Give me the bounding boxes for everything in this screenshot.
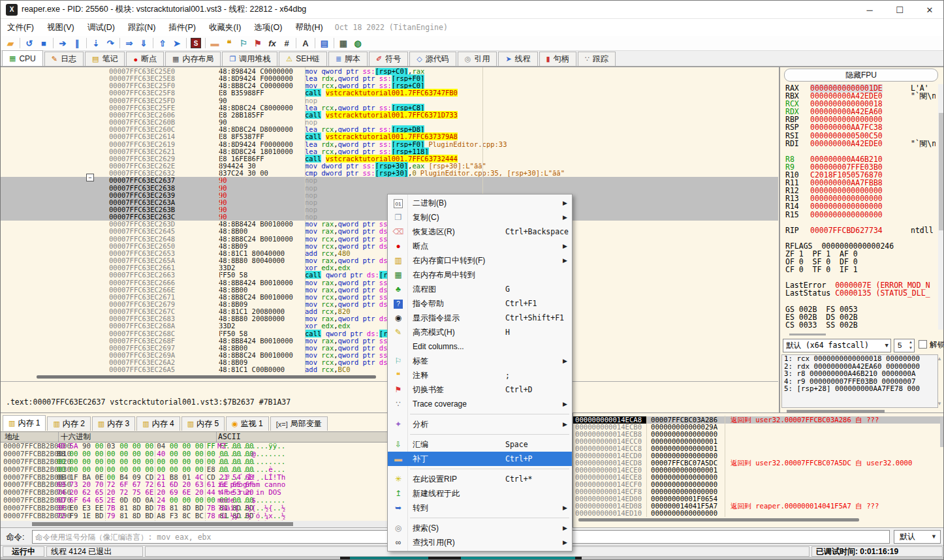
- minimize-button[interactable]: ─: [855, 1, 885, 19]
- open-file-icon[interactable]: ▰: [3, 37, 18, 50]
- globe-icon[interactable]: ◍: [351, 37, 365, 50]
- dump-tab-局部变量[interactable]: [x=]局部变量: [270, 416, 328, 431]
- register-row[interactable]: CF 0 TF 0 IF 1: [780, 266, 936, 273]
- menu-item-2[interactable]: 视图(V): [40, 20, 81, 36]
- fx-icon[interactable]: fx: [265, 37, 279, 50]
- context-menu-item-breakpoint[interactable]: ●断点▶: [388, 239, 572, 253]
- register-row[interactable]: R150000000000000000: [780, 211, 936, 219]
- disasm-row[interactable]: 00007FFC63EC263890nop: [1, 185, 778, 192]
- disassembly-hscrollbar[interactable]: [37, 375, 376, 379]
- context-menu-item-analyze[interactable]: ✦分析▶: [388, 417, 572, 431]
- badge-s-icon[interactable]: S: [189, 37, 203, 50]
- hash-icon[interactable]: #: [279, 37, 294, 50]
- argument-row[interactable]: 1: rcx 0000000000000018 00000000: [782, 355, 937, 363]
- menu-item-6[interactable]: 收藏夹(I): [202, 20, 247, 36]
- dump-tab-监视 1[interactable]: ◉监视 1: [226, 416, 269, 431]
- register-row[interactable]: LastStatus C0000135 (STATUS_DLL_: [780, 289, 936, 297]
- tab-引用[interactable]: ◎引用: [458, 52, 497, 66]
- unlock-checkbox[interactable]: [919, 340, 927, 349]
- context-menu-item-trace-coverage[interactable]: ∵Trace coverage▶: [388, 397, 572, 411]
- calling-convention-select[interactable]: 默认 (x64 fastcall) ▼: [783, 339, 891, 352]
- context-menu-item-search[interactable]: ◎搜索(S)▶: [388, 521, 572, 535]
- step-over-icon[interactable]: ↷: [103, 37, 118, 50]
- context-menu-item-help[interactable]: ?指令帮助Ctrl+F1: [388, 296, 572, 311]
- context-menu-item-new-thread[interactable]: ↥新建线程于此: [388, 486, 572, 501]
- comment-icon[interactable]: ❝: [222, 37, 236, 50]
- context-menu-item-binary[interactable]: 01二进制(B)▶: [388, 196, 572, 210]
- bookmark-icon[interactable]: ⚑: [251, 37, 265, 50]
- context-menu-item-label[interactable]: ⚐标签▶: [388, 354, 572, 368]
- menu-item-1[interactable]: 文件(F): [1, 20, 40, 36]
- tab-调用堆栈[interactable]: ❐调用堆栈: [222, 52, 277, 66]
- tab-线程[interactable]: ➤线程: [498, 52, 537, 66]
- context-menu-item-copy[interactable]: ❐复制(C)▶: [388, 210, 572, 225]
- font-icon[interactable]: A: [298, 37, 313, 50]
- menu-item-3[interactable]: 调试(D): [81, 20, 121, 36]
- context-menu-item-highlight[interactable]: ✎高亮模式(H)H: [388, 325, 572, 339]
- context-menu-item-edit-columns[interactable]: Edit columns...: [388, 339, 572, 354]
- tab-句柄[interactable]: ▮句柄: [539, 52, 576, 66]
- context-menu-item-set-rip[interactable]: ✳在此设置RIPCtrl+*: [388, 472, 572, 486]
- run-to-user-code-icon[interactable]: ⇧: [155, 37, 170, 50]
- stack-row[interactable]: 000000000014ED100000000000000000: [573, 510, 944, 517]
- context-menu-item-graph[interactable]: ♣流程图G: [388, 282, 572, 296]
- execute-till-return-icon[interactable]: ⇒: [122, 37, 136, 50]
- arg-count-stepper[interactable]: 5 ▲▼: [894, 339, 915, 352]
- step-out-icon[interactable]: ⇓: [136, 37, 151, 50]
- stop-icon[interactable]: ■: [37, 37, 51, 50]
- arguments-hscrollbar[interactable]: [787, 410, 885, 412]
- context-menu-item-eraser[interactable]: ⌫恢复选区(R)Ctrl+Backspace: [388, 225, 572, 239]
- stepper-arrows-icon[interactable]: ▲▼: [909, 339, 913, 351]
- registers-hscrollbar[interactable]: [789, 334, 826, 335]
- run-icon[interactable]: ➔: [55, 37, 70, 50]
- context-menu-item-find-references[interactable]: ∞查找引用(R)▶: [388, 535, 572, 550]
- tab-SEH链[interactable]: ⚠SEH链: [279, 52, 327, 66]
- context-menu-item-comment[interactable]: ❝注释;: [388, 368, 572, 382]
- menu-item-8[interactable]: 帮助(H): [289, 20, 329, 36]
- stack-vscrollbar[interactable]: [940, 417, 944, 447]
- tab-跟踪[interactable]: ∵跟踪: [578, 52, 616, 66]
- tab-CPU[interactable]: ▦CPU: [2, 50, 43, 66]
- scroll-down-icon[interactable]: ▼: [936, 401, 943, 407]
- context-menu-item-goto-memory-map[interactable]: ▦在内存布局中转到: [388, 268, 572, 282]
- menu-item-5[interactable]: 插件(P): [162, 20, 202, 36]
- tab-断点[interactable]: ●断点: [126, 52, 164, 66]
- context-menu-item-assemble[interactable]: ⇩汇编Space: [388, 437, 572, 452]
- context-menu-item-mnemonic-brief[interactable]: ◉显示指令提示Ctrl+Shift+F1: [388, 311, 572, 325]
- stack-hscrollbar[interactable]: [578, 518, 859, 521]
- restart-icon[interactable]: ↺: [22, 37, 37, 50]
- argument-row[interactable]: 5: [rsp+28] 000000000AA7FE78 000: [782, 385, 937, 393]
- arguments-vscrollbar[interactable]: ▲ ▼: [936, 356, 943, 407]
- collapse-marker[interactable]: −: [86, 174, 94, 181]
- animate-into-icon[interactable]: ➤: [170, 37, 184, 50]
- dump-tab-内存 2[interactable]: ▥内存 2: [47, 416, 90, 431]
- register-row[interactable]: CS 0033 SS 002B: [780, 321, 936, 329]
- hide-fpu-button[interactable]: 隐藏FPU: [784, 69, 938, 82]
- menu-item-4[interactable]: 跟踪(N): [121, 20, 162, 36]
- dump-tab-内存 5[interactable]: ▥内存 5: [181, 416, 225, 431]
- pause-icon[interactable]: ∥: [70, 37, 84, 50]
- context-menu-item-patch[interactable]: ▬补丁Ctrl+P: [388, 452, 572, 466]
- disasm-row[interactable]: 00007FFC63EC25F8E8 B35988FFcall vstcrack…: [1, 89, 778, 97]
- calculator-icon[interactable]: ▦: [336, 37, 351, 50]
- tab-日志[interactable]: ✎日志: [44, 52, 84, 66]
- patch-icon[interactable]: ▬: [208, 37, 222, 50]
- log-icon[interactable]: ▤: [317, 37, 332, 50]
- tab-笔记[interactable]: ▤笔记: [85, 52, 125, 66]
- context-menu-item-goto-memory-window[interactable]: ▥在内存窗口中转到(F)▶: [388, 253, 572, 268]
- scroll-up-icon[interactable]: ▲: [936, 356, 943, 362]
- dump-tab-内存 1[interactable]: ▥内存 1: [3, 415, 46, 431]
- tab-内存布局[interactable]: ▦内存布局: [165, 52, 221, 66]
- disasm-row[interactable]: 00007FFC63EC263790nop: [1, 177, 778, 184]
- context-menu-item-goto[interactable]: ➥转到▶: [388, 501, 572, 515]
- maximize-button[interactable]: ☐: [885, 1, 915, 19]
- registers-vscrollbar[interactable]: [938, 84, 944, 330]
- register-row[interactable]: ES 002B DS 002B: [780, 313, 936, 321]
- context-menu-item-bookmark[interactable]: ⚑切换书签Ctrl+D: [388, 382, 572, 397]
- step-into-icon[interactable]: ⇣: [89, 37, 103, 50]
- tab-源代码[interactable]: ◇源代码: [409, 52, 456, 66]
- profile-select[interactable]: 默认 ▼: [894, 530, 941, 544]
- dump-tab-内存 4[interactable]: ▥内存 4: [136, 416, 180, 431]
- register-row[interactable]: RIP00007FFCBD627734ntdll: [780, 226, 936, 234]
- register-row[interactable]: RDI000000000A42EDE0"`閿\n: [780, 140, 936, 148]
